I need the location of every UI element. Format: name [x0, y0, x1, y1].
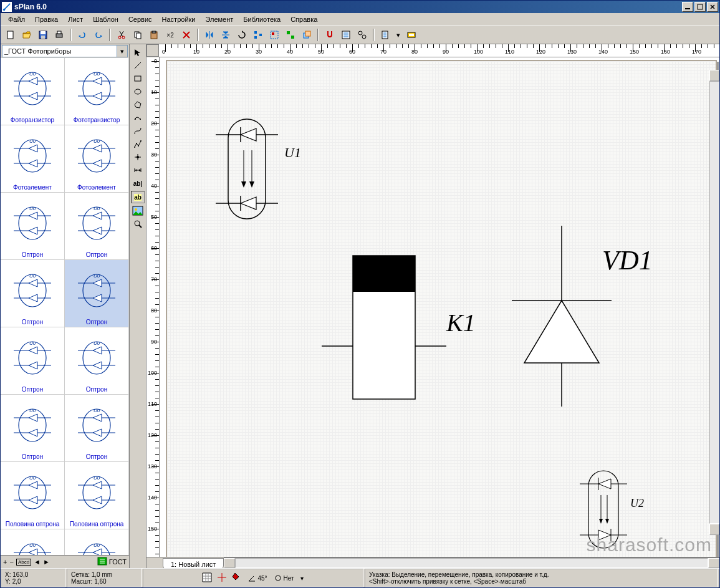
status-grid-icon[interactable]: [203, 573, 211, 583]
menu-service[interactable]: Сервис: [123, 14, 157, 24]
text-icon[interactable]: ab|: [132, 178, 144, 189]
status-angle-icon[interactable]: 45°: [247, 574, 267, 582]
rect-icon[interactable]: [132, 73, 144, 84]
scrollbar-horizontal[interactable]: [224, 557, 719, 568]
menu-help[interactable]: Справка: [286, 14, 322, 24]
poly-icon[interactable]: [132, 99, 144, 110]
menu-edit[interactable]: Правка: [30, 14, 63, 24]
search-icon[interactable]: [355, 27, 370, 42]
lib-add-icon[interactable]: +: [3, 558, 7, 566]
paste-icon[interactable]: [146, 27, 161, 42]
list-icon[interactable]: [338, 27, 353, 42]
polyline-icon[interactable]: [132, 138, 144, 150]
library-item[interactable]: U0Фоторанзистор: [1, 58, 65, 125]
library-item[interactable]: U0Половина оптрона: [64, 529, 129, 555]
dup-icon[interactable]: ×2: [163, 27, 178, 42]
dimension-icon[interactable]: [132, 165, 144, 176]
library-item[interactable]: U0Половина оптрона: [1, 529, 65, 555]
element-u1[interactable]: [222, 116, 278, 222]
label-vd1[interactable]: VD1: [602, 244, 653, 276]
frame-icon[interactable]: [404, 27, 419, 42]
library-item[interactable]: U0Оптрон: [1, 394, 65, 462]
lib-prev-icon[interactable]: ◄: [34, 558, 41, 566]
label-u1[interactable]: U1: [284, 145, 301, 161]
lib-name-icon[interactable]: Abcd: [16, 559, 31, 566]
doc-dropdown-icon[interactable]: ▾: [394, 27, 403, 42]
zoom-icon[interactable]: [132, 218, 144, 229]
lib-next-icon[interactable]: ►: [43, 558, 50, 566]
library-item[interactable]: U0Оптрон: [1, 259, 65, 327]
scroll-down-icon[interactable]: [709, 524, 719, 535]
library-item[interactable]: U0Оптрон: [1, 327, 65, 395]
bezier-icon[interactable]: [132, 125, 144, 137]
status-net-icon[interactable]: Нет: [274, 574, 294, 582]
library-item[interactable]: U0Фотоэлемент: [64, 125, 129, 193]
menu-template[interactable]: Шаблон: [88, 14, 123, 24]
menu-element[interactable]: Элемент: [200, 14, 238, 24]
library-item[interactable]: U0Половина оптрона: [1, 461, 65, 529]
maximize-button[interactable]: [694, 2, 706, 12]
undo-icon[interactable]: [75, 27, 90, 42]
delete-icon[interactable]: [179, 27, 194, 42]
library-select[interactable]: _ГОСТ Фотоприборы: [2, 45, 117, 57]
mirror-v-icon[interactable]: [218, 27, 233, 42]
library-item[interactable]: U0Оптрон: [64, 192, 129, 260]
element-u2[interactable]: [583, 469, 627, 550]
snap-icon[interactable]: [322, 27, 337, 42]
print-icon[interactable]: [52, 27, 67, 42]
scroll-up-icon[interactable]: [709, 70, 719, 81]
svg-text:U0: U0: [94, 71, 100, 77]
cut-icon[interactable]: [114, 27, 129, 42]
library-item[interactable]: U0Половина оптрона: [64, 461, 129, 529]
label-u2[interactable]: U2: [630, 497, 644, 510]
lib-del-icon[interactable]: −: [9, 558, 13, 566]
circle-icon[interactable]: [132, 86, 144, 97]
menu-library[interactable]: Библиотека: [238, 14, 286, 24]
label-k1[interactable]: K1: [446, 308, 476, 337]
canvas[interactable]: U1 K1 VD1: [160, 57, 719, 557]
textblock-icon[interactable]: ab: [131, 191, 145, 203]
mirror-h-icon[interactable]: [202, 27, 217, 42]
image-icon[interactable]: [132, 205, 144, 216]
menu-file[interactable]: Файл: [3, 14, 30, 24]
minimize-button[interactable]: [682, 2, 693, 12]
group-icon[interactable]: [267, 27, 282, 42]
scroll-left-icon[interactable]: [224, 558, 235, 568]
library-item[interactable]: U0Оптрон: [64, 327, 129, 395]
chevron-down-icon[interactable]: ▾: [117, 45, 128, 57]
library-item-label: Оптрон: [66, 251, 127, 258]
pointer-icon[interactable]: [132, 47, 144, 58]
library-item[interactable]: U0Оптрон: [64, 394, 129, 462]
element-vd1[interactable]: [512, 226, 612, 407]
save-icon[interactable]: [36, 27, 50, 42]
svg-point-46: [19, 207, 46, 239]
scroll-right-icon[interactable]: [708, 558, 719, 568]
menu-sheet[interactable]: Лист: [63, 14, 88, 24]
library-item[interactable]: U0Фототранзистор: [64, 58, 129, 125]
library-item[interactable]: U0Оптрон: [64, 259, 129, 327]
sheet-tab[interactable]: 1: Новый лист: [163, 558, 224, 568]
menu-settings[interactable]: Настройки: [157, 14, 201, 24]
line-icon[interactable]: [132, 60, 144, 71]
new-icon[interactable]: [3, 27, 18, 42]
doc-icon[interactable]: [378, 27, 393, 42]
scrollbar-vertical[interactable]: [709, 70, 719, 535]
element-k1[interactable]: [322, 256, 446, 405]
library-item[interactable]: U0Оптрон: [1, 192, 65, 260]
align-icon[interactable]: [251, 27, 266, 42]
node-icon[interactable]: [132, 152, 144, 163]
status-orig-icon[interactable]: [218, 573, 226, 583]
close-button[interactable]: [707, 2, 718, 12]
copy-icon[interactable]: [130, 27, 145, 42]
status-dropdown-icon[interactable]: ▾: [300, 575, 304, 582]
ungroup-icon[interactable]: [283, 27, 298, 42]
redo-icon[interactable]: [91, 27, 106, 42]
rotate-icon[interactable]: [234, 27, 249, 42]
svg-rect-19: [272, 32, 274, 35]
status-fill-icon[interactable]: [233, 573, 241, 583]
order-icon[interactable]: [299, 27, 314, 42]
special-icon[interactable]: [132, 112, 144, 123]
library-item[interactable]: U0Фотоэлемент: [1, 125, 65, 193]
open-icon[interactable]: [19, 27, 34, 42]
svg-point-99: [134, 147, 135, 148]
